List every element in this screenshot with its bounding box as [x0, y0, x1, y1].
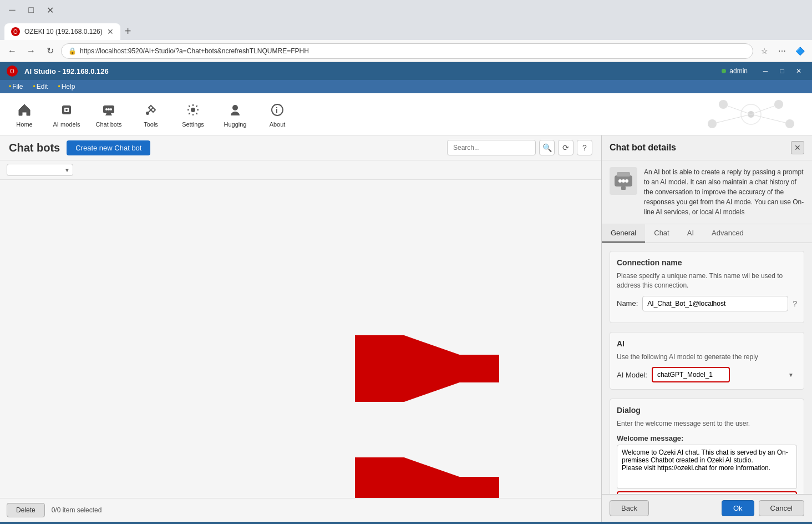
home-icon	[16, 101, 33, 119]
ai-model-dropdown-wrapper: chatGPT_Model_1 Model_2 ▼	[652, 367, 797, 382]
about-label: About	[270, 121, 286, 128]
ai-section: AI Use the following AI model to generat…	[610, 332, 804, 390]
app-maximize-btn[interactable]: □	[775, 64, 789, 78]
ai-models-icon	[58, 101, 75, 119]
toolbar-home-btn[interactable]: Home	[4, 95, 44, 133]
app-titlebar: O AI Studio - 192.168.0.126 admin ─ □ ✕	[0, 62, 812, 80]
refresh-btn[interactable]: ⟳	[558, 140, 574, 155]
settings-icon	[184, 101, 202, 119]
app-icon: O	[7, 66, 18, 77]
tools-icon	[142, 101, 160, 119]
profile-btn[interactable]: ⋯	[774, 43, 790, 59]
tab-ai[interactable]: AI	[678, 224, 703, 243]
details-tabs: General Chat AI Advanced	[602, 224, 812, 243]
filter-dropdown[interactable]	[7, 164, 73, 176]
create-chatbot-btn[interactable]: Create new Chat bot	[67, 140, 150, 155]
name-row: Name: ?	[617, 296, 797, 311]
menu-help[interactable]: •Help	[53, 82, 79, 92]
nav-refresh-btn[interactable]: ↻	[42, 43, 58, 59]
menu-file[interactable]: •File	[4, 82, 28, 92]
svg-point-5	[108, 108, 110, 110]
chat-bots-label: Chat bots	[95, 121, 121, 128]
tools-label: Tools	[144, 121, 158, 128]
tab-favicon: O	[11, 27, 20, 36]
url-bar[interactable]: 🔒 https://localhost:9520/AI+Studio/?a=Ch…	[61, 43, 753, 59]
extension-btn[interactable]: 🔷	[792, 43, 808, 59]
tab-close-btn[interactable]: ✕	[107, 27, 114, 36]
browser-chrome: ─ □ ✕ O OZEKI 10 (192.168.0.126) ✕ + ← →…	[0, 0, 812, 62]
app-close-btn[interactable]: ✕	[792, 64, 805, 78]
statusbar: ▶ Start 🤖 AI Studio ⌨ 10:35	[0, 522, 812, 524]
toolbar-ai-models-btn[interactable]: AI models	[47, 95, 87, 133]
tab-chat[interactable]: Chat	[645, 224, 678, 243]
main-panel: Chat bots Create new Chat bot 🔍 ⟳ ? ▼	[0, 135, 601, 522]
browser-tab[interactable]: O OZEKI 10 (192.168.0.126) ✕	[4, 23, 120, 40]
app-title: AI Studio - 192.168.0.126	[24, 67, 715, 75]
search-input[interactable]	[447, 140, 536, 155]
ai-model-row: AI Model: chatGPT_Model_1 Model_2 ▼	[617, 367, 797, 382]
ai-model-select[interactable]: chatGPT_Model_1 Model_2	[652, 367, 730, 382]
dialog-section-desc: Enter the welcome message sent to the us…	[617, 419, 797, 429]
filter-dropdown-wrapper: ▼	[7, 164, 73, 176]
dialog-section: Dialog Enter the welcome message sent to…	[610, 399, 804, 494]
toolbar: Home AI models C	[0, 93, 812, 135]
window-minimize-btn[interactable]: ─	[4, 2, 20, 18]
svg-point-7	[146, 112, 149, 115]
svg-point-27	[625, 179, 628, 183]
details-desc-text: An AI bot is able to create a reply by p…	[644, 167, 804, 217]
url-text: https://localhost:9520/AI+Studio/?a=Chat…	[80, 47, 746, 55]
details-close-btn[interactable]: ✕	[791, 141, 804, 154]
details-body: Connection name Please specify a unique …	[602, 243, 812, 494]
app-window-controls: ─ □ ✕	[759, 64, 805, 78]
delete-btn[interactable]: Delete	[7, 503, 45, 517]
welcome-msg-textarea[interactable]: Welcome to Ozeki AI chat. This chat is s…	[617, 445, 797, 489]
svg-point-6	[110, 108, 112, 110]
ai-model-label: AI Model:	[617, 371, 647, 379]
tab-advanced[interactable]: Advanced	[703, 224, 753, 243]
network-graphic	[690, 93, 812, 135]
app-minimize-btn[interactable]: ─	[759, 64, 772, 78]
welcome-msg-label: Welcome message:	[617, 434, 797, 442]
svg-line-19	[751, 104, 779, 114]
toolbar-settings-btn[interactable]: Settings	[173, 95, 213, 133]
toolbar-about-btn[interactable]: i About	[257, 95, 297, 133]
app-menubar: •File •Edit •Help	[0, 80, 812, 93]
red-arrow-lower	[355, 457, 521, 498]
menu-edit[interactable]: •Edit	[29, 82, 53, 92]
tab-bar: O OZEKI 10 (192.168.0.126) ✕ +	[0, 20, 812, 40]
connection-name-title: Connection name	[617, 258, 797, 267]
page-title: Chat bots	[9, 142, 60, 154]
new-tab-btn[interactable]: +	[123, 23, 134, 40]
ai-section-desc: Use the following AI model to generate t…	[617, 352, 797, 362]
name-help-icon[interactable]: ?	[793, 299, 797, 308]
about-icon: i	[268, 101, 286, 119]
cancel-btn[interactable]: Cancel	[759, 500, 804, 516]
toolbar-chat-bots-btn[interactable]: Chat bots	[89, 95, 129, 133]
main-content	[0, 180, 601, 498]
dialog-section-title: Dialog	[617, 406, 797, 415]
details-title: Chat bot details	[610, 143, 676, 153]
window-close-btn[interactable]: ✕	[42, 2, 58, 18]
name-input[interactable]	[642, 296, 788, 311]
toolbar-tools-btn[interactable]: Tools	[131, 95, 171, 133]
search-bar: 🔍 ⟳ ?	[447, 140, 592, 155]
hugging-label: Hugging	[224, 121, 247, 128]
selection-info: 0/0 item selected	[52, 506, 102, 514]
toolbar-hugging-btn[interactable]: Hugging	[215, 95, 255, 133]
app-window: O AI Studio - 192.168.0.126 admin ─ □ ✕ …	[0, 62, 812, 522]
back-btn[interactable]: Back	[610, 500, 649, 516]
nav-back-btn[interactable]: ←	[4, 43, 20, 59]
name-label: Name:	[617, 299, 638, 308]
svg-text:i: i	[276, 106, 278, 115]
help-btn[interactable]: ?	[577, 140, 592, 155]
tab-general[interactable]: General	[602, 224, 645, 243]
nav-forward-btn[interactable]: →	[23, 43, 39, 59]
bookmark-btn[interactable]: ☆	[757, 43, 772, 59]
svg-point-2	[65, 109, 68, 111]
main-toolbar-row: ▼	[0, 160, 601, 180]
window-maximize-btn[interactable]: □	[23, 2, 39, 18]
search-btn[interactable]: 🔍	[539, 140, 555, 155]
settings-label: Settings	[182, 121, 204, 128]
details-panel: Chat bot details ✕ An AI bot is able to …	[601, 135, 812, 522]
ok-btn[interactable]: Ok	[722, 500, 754, 516]
